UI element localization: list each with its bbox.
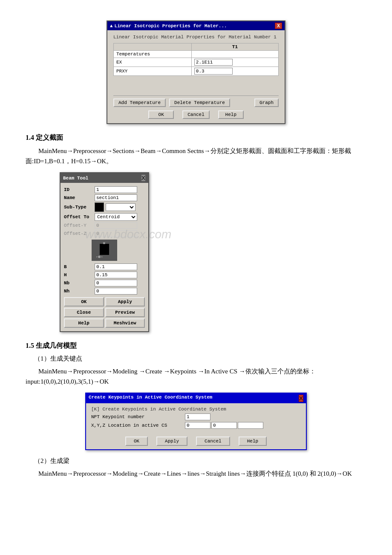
kp-npt-label: NPT Keypoint number bbox=[91, 414, 185, 419]
section-1-5-sub2: （2）生成梁 bbox=[34, 457, 366, 465]
linear-field-value-ex bbox=[191, 58, 278, 67]
section-1-4-heading: 1.4 定义截面 bbox=[26, 133, 366, 142]
beam-offset-to-select[interactable]: Centroid bbox=[95, 213, 137, 221]
beam-h-input[interactable] bbox=[95, 272, 137, 278]
beam-nh-label: Nh bbox=[64, 289, 95, 294]
beam-apply-btn[interactable]: Apply bbox=[105, 297, 145, 306]
kp-title: Create Keypoints in Active Coordinate Sy… bbox=[89, 395, 212, 402]
beam-h-label-field: H bbox=[64, 272, 95, 278]
linear-field-label-prxy: PRXY bbox=[114, 67, 192, 76]
beam-dialog-wrapper: Beam Tool X ID Name Sub-Type bbox=[60, 172, 366, 332]
beam-name-label: Name bbox=[64, 195, 95, 200]
beam-offset-y-label: Offset-Y bbox=[64, 223, 95, 228]
kp-xyz-row: X,Y,Z Location in active CS bbox=[91, 422, 301, 429]
linear-field-value-temp bbox=[191, 51, 278, 58]
linear-field-value-prxy bbox=[191, 67, 278, 76]
beam-close-dialog-btn[interactable]: Close bbox=[64, 308, 104, 317]
beam-id-row: ID bbox=[64, 186, 145, 193]
beam-close-btn[interactable]: X bbox=[141, 174, 146, 182]
linear-ok-btn[interactable]: OK bbox=[148, 110, 174, 119]
beam-nb-input[interactable] bbox=[95, 280, 137, 286]
linear-field-label-temp: Temperatures bbox=[114, 51, 192, 58]
add-temperature-btn[interactable]: Add Temperature bbox=[113, 98, 166, 107]
linear-field-label-ex: EX bbox=[114, 58, 192, 67]
beam-offset-y-row: Offset-Y bbox=[64, 222, 145, 229]
linear-dialog-table: T1 Temperatures EX PRXY bbox=[113, 43, 279, 76]
section-1-5-body1: MainMenu→Preprocessor→Modeling →Create →… bbox=[26, 366, 366, 387]
beam-id-label: ID bbox=[64, 187, 95, 192]
beam-preview-btn[interactable]: Preview bbox=[105, 308, 145, 317]
kp-y-input[interactable] bbox=[211, 422, 237, 429]
beam-titlebar: Beam Tool X bbox=[61, 173, 148, 183]
linear-dialog-titlebar: ▲ Linear Isotropic Properties for Mater.… bbox=[107, 21, 285, 30]
beam-preview: H ←B→ bbox=[92, 240, 117, 261]
beam-nb-label: Nb bbox=[64, 280, 95, 286]
beam-nh-input[interactable] bbox=[95, 288, 137, 295]
beam-b-label: ←B→ bbox=[96, 255, 102, 259]
kp-npt-row: NPT Keypoint number bbox=[91, 413, 301, 420]
linear-action-row: OK Cancel Help bbox=[113, 110, 279, 119]
beam-meshview-btn[interactable]: Meshview bbox=[105, 318, 145, 328]
kp-apply-btn[interactable]: Apply bbox=[156, 436, 187, 446]
section-1-5-sub1: （1）生成关键点 bbox=[34, 355, 366, 363]
beam-offset-to-row: Offset To Centroid bbox=[64, 213, 145, 221]
kp-close-btn[interactable]: X bbox=[299, 395, 303, 402]
linear-ex-input[interactable] bbox=[194, 59, 233, 66]
beam-ok-btn[interactable]: OK bbox=[64, 297, 104, 306]
keypoints-dialog-wrapper: Create Keypoints in Active Coordinate Sy… bbox=[26, 393, 366, 450]
beam-nb-row: Nb bbox=[64, 280, 145, 286]
kp-npt-input[interactable] bbox=[185, 413, 210, 420]
beam-offset-y-input bbox=[95, 222, 137, 229]
kp-cancel-btn[interactable]: Cancel bbox=[196, 436, 230, 446]
beam-id-input[interactable] bbox=[95, 186, 137, 193]
beam-offset-to-label: Offset To bbox=[64, 214, 95, 220]
linear-table-header-empty bbox=[114, 43, 192, 51]
kp-label-row: [K] Create Keypoints in Active Coordinat… bbox=[91, 407, 301, 412]
kp-xyz-label: X,Y,Z Location in active CS bbox=[91, 423, 185, 428]
linear-cancel-btn[interactable]: Cancel bbox=[182, 110, 210, 119]
section-1-4-body: MainMenu→Preprocessor→Sections→Beam→Comm… bbox=[26, 146, 366, 166]
kp-titlebar: Create Keypoints in Active Coordinate Sy… bbox=[86, 393, 306, 403]
beam-tool-dialog: Beam Tool X ID Name Sub-Type bbox=[60, 172, 149, 332]
beam-name-row: Name bbox=[64, 194, 145, 201]
beam-b-label-field: B bbox=[64, 264, 95, 269]
kp-z-input[interactable] bbox=[238, 422, 263, 429]
beam-h-label: H bbox=[103, 241, 105, 245]
linear-help-btn[interactable]: Help bbox=[218, 110, 244, 119]
beam-help-btn[interactable]: Help bbox=[64, 318, 104, 328]
beam-nh-row: Nh bbox=[64, 288, 145, 295]
beam-offset-z-input bbox=[95, 230, 137, 237]
linear-prxy-input[interactable] bbox=[194, 68, 233, 75]
beam-footer: OK Apply Close Preview Help Meshview bbox=[64, 297, 145, 328]
beam-title: Beam Tool bbox=[63, 176, 88, 181]
beam-h-row: H bbox=[64, 272, 145, 278]
linear-isotropic-dialog: ▲ Linear Isotropic Properties for Mater.… bbox=[107, 20, 285, 124]
linear-dialog-footer: Add Temperature Delete Temperature Graph bbox=[113, 95, 279, 107]
beam-offset-z-row: Offset-Z bbox=[64, 230, 145, 237]
kp-help-btn[interactable]: Help bbox=[239, 436, 267, 446]
beam-b-input[interactable] bbox=[95, 263, 137, 270]
beam-b-row: B bbox=[64, 263, 145, 270]
linear-table-header-t1: T1 bbox=[191, 43, 278, 51]
linear-dialog-label: Linear Isotropic Material Properties for… bbox=[113, 35, 279, 40]
beam-shape-icon bbox=[95, 202, 104, 212]
kp-x-input[interactable] bbox=[185, 422, 210, 429]
beam-subtype-select[interactable] bbox=[106, 203, 135, 211]
beam-name-input[interactable] bbox=[95, 194, 137, 201]
section-1-5-body2: MainMenu→Preprocessor→Modeling→Create→Li… bbox=[26, 468, 366, 479]
beam-subtype-label: Sub-Type bbox=[64, 205, 95, 210]
beam-offset-z-label: Offset-Z bbox=[64, 231, 95, 236]
ansys-icon: ▲ bbox=[110, 23, 113, 29]
kp-footer: OK Apply Cancel Help bbox=[86, 434, 306, 449]
kp-ok-btn[interactable]: OK bbox=[125, 436, 148, 446]
section-1-5-heading: 1.5 生成几何模型 bbox=[26, 341, 366, 350]
delete-temperature-btn[interactable]: Delete Temperature bbox=[169, 98, 230, 107]
linear-dialog-close[interactable]: X bbox=[275, 23, 282, 29]
keypoints-dialog: Create Keypoints in Active Coordinate Sy… bbox=[85, 393, 307, 450]
graph-btn[interactable]: Graph bbox=[254, 98, 279, 107]
linear-dialog-title: Linear Isotropic Properties for Mater... bbox=[115, 23, 227, 29]
beam-subtype-row: Sub-Type bbox=[64, 202, 145, 212]
beam-shape-preview bbox=[100, 244, 109, 255]
